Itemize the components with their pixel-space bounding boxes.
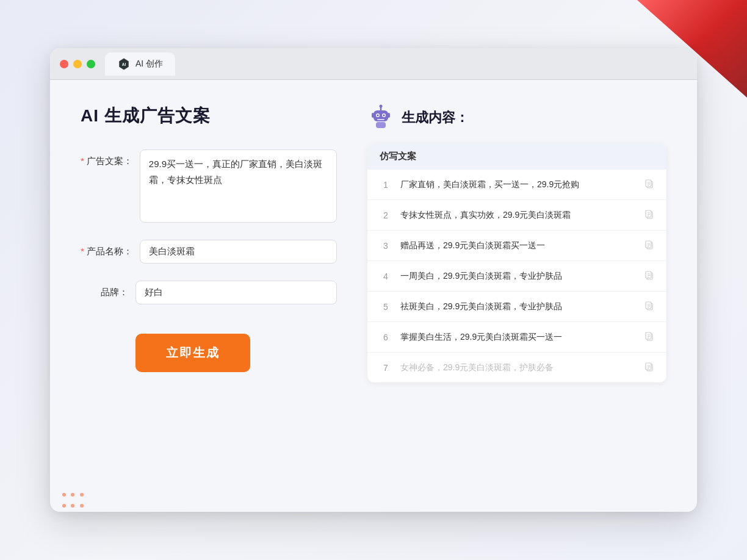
page-title: AI 生成广告文案 bbox=[81, 104, 337, 127]
brand-group: 品牌： bbox=[81, 281, 337, 304]
row-text: 祛斑美白，29.9元美白淡斑霜，专业护肤品 bbox=[400, 300, 636, 313]
svg-point-6 bbox=[377, 115, 379, 117]
table-row: 2专抹女性斑点，真实功效，29.9元美白淡斑霜 bbox=[367, 200, 666, 231]
brand-label: 品牌： bbox=[81, 281, 135, 298]
svg-point-7 bbox=[383, 115, 385, 117]
row-text: 掌握美白生活，29.9元美白淡斑霜买一送一 bbox=[400, 331, 636, 343]
robot-icon bbox=[367, 104, 394, 131]
row-number: 7 bbox=[380, 363, 392, 373]
minimize-button[interactable] bbox=[73, 60, 82, 68]
ad-copy-label: *广告文案： bbox=[81, 149, 140, 167]
browser-content: AI 生成广告文案 *广告文案： *产品名称： 品牌： 立 bbox=[50, 80, 697, 512]
ad-copy-input[interactable] bbox=[140, 149, 337, 223]
brand-input[interactable] bbox=[135, 281, 337, 304]
table-row: 6掌握美白生活，29.9元美白淡斑霜买一送一 bbox=[367, 322, 666, 353]
row-text: 厂家直销，美白淡斑霜，买一送一，29.9元抢购 bbox=[400, 178, 636, 191]
copy-icon[interactable] bbox=[644, 209, 654, 221]
tab-ai-creation[interactable]: AI AI 创作 bbox=[105, 52, 175, 76]
row-number: 4 bbox=[380, 271, 392, 281]
product-name-label: *产品名称： bbox=[81, 240, 140, 257]
table-row: 4一周美白，29.9元美白淡斑霜，专业护肤品 bbox=[367, 261, 666, 292]
copy-icon[interactable] bbox=[644, 301, 654, 313]
results-title: 生成内容： bbox=[402, 109, 469, 127]
results-table: 仿写文案 1厂家直销，美白淡斑霜，买一送一，29.9元抢购 2专抹女性斑点，真实… bbox=[367, 143, 666, 382]
row-text: 女神必备，29.9元美白淡斑霜，护肤必备 bbox=[400, 361, 636, 374]
svg-point-2 bbox=[380, 105, 383, 108]
ad-copy-required: * bbox=[81, 156, 84, 166]
table-row: 5祛斑美白，29.9元美白淡斑霜，专业护肤品 bbox=[367, 292, 666, 322]
maximize-button[interactable] bbox=[87, 60, 95, 68]
product-name-required: * bbox=[81, 246, 84, 256]
row-number: 3 bbox=[380, 241, 392, 251]
window-controls bbox=[60, 60, 95, 68]
table-row: 3赠品再送，29.9元美白淡斑霜买一送一 bbox=[367, 231, 666, 261]
browser-window: AI AI 创作 AI 生成广告文案 *广告文案： *产品名称： bbox=[50, 48, 697, 512]
left-panel: AI 生成广告文案 *广告文案： *产品名称： 品牌： 立 bbox=[81, 104, 337, 487]
row-text: 赠品再送，29.9元美白淡斑霜买一送一 bbox=[400, 239, 636, 252]
row-text: 一周美白，29.9元美白淡斑霜，专业护肤品 bbox=[400, 270, 636, 282]
copy-icon[interactable] bbox=[644, 270, 654, 282]
copy-icon[interactable] bbox=[644, 179, 654, 191]
copy-icon[interactable] bbox=[644, 331, 654, 343]
ai-tab-icon: AI bbox=[117, 57, 131, 71]
generate-button[interactable]: 立即生成 bbox=[135, 334, 250, 372]
table-row: 7女神必备，29.9元美白淡斑霜，护肤必备 bbox=[367, 353, 666, 382]
close-button[interactable] bbox=[60, 60, 68, 68]
row-number: 5 bbox=[380, 302, 392, 312]
row-number: 2 bbox=[380, 210, 392, 220]
svg-text:AI: AI bbox=[122, 62, 126, 66]
product-name-group: *产品名称： bbox=[81, 240, 337, 264]
svg-rect-9 bbox=[376, 122, 386, 128]
table-header: 仿写文案 bbox=[367, 143, 666, 170]
results-rows: 1厂家直销，美白淡斑霜，买一送一，29.9元抢购 2专抹女性斑点，真实功效，29… bbox=[367, 170, 666, 382]
row-number: 6 bbox=[380, 332, 392, 342]
right-panel: 生成内容： 仿写文案 1厂家直销，美白淡斑霜，买一送一，29.9元抢购 2专抹女… bbox=[367, 104, 666, 487]
row-number: 1 bbox=[380, 180, 392, 190]
browser-chrome: AI AI 创作 bbox=[50, 48, 697, 80]
results-header: 生成内容： bbox=[367, 104, 666, 131]
svg-rect-10 bbox=[372, 113, 374, 118]
table-row: 1厂家直销，美白淡斑霜，买一送一，29.9元抢购 bbox=[367, 170, 666, 200]
copy-icon[interactable] bbox=[644, 362, 654, 374]
bg-decoration-dots bbox=[61, 489, 85, 511]
ad-copy-group: *广告文案： bbox=[81, 149, 337, 223]
svg-rect-11 bbox=[388, 113, 390, 118]
copy-icon[interactable] bbox=[644, 240, 654, 252]
row-text: 专抹女性斑点，真实功效，29.9元美白淡斑霜 bbox=[400, 209, 636, 221]
svg-rect-8 bbox=[377, 119, 384, 120]
product-name-input[interactable] bbox=[140, 240, 337, 264]
tab-label: AI 创作 bbox=[135, 59, 163, 70]
